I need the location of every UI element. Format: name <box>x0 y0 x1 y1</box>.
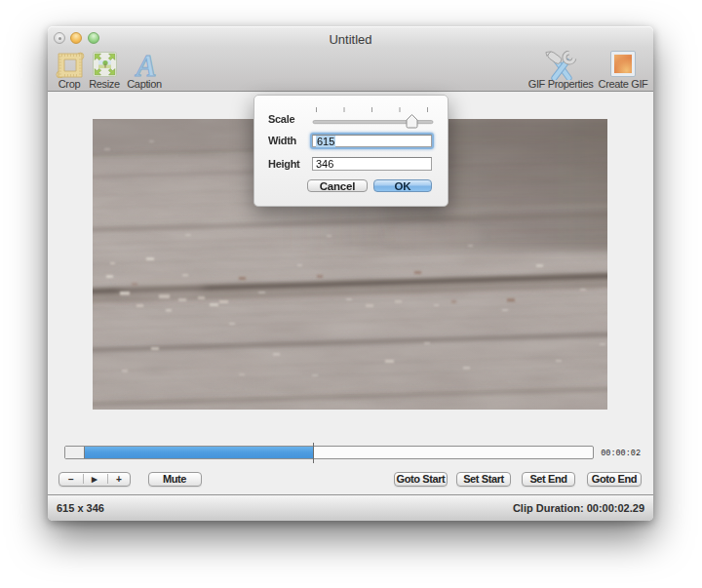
svg-text:A: A <box>135 51 157 78</box>
